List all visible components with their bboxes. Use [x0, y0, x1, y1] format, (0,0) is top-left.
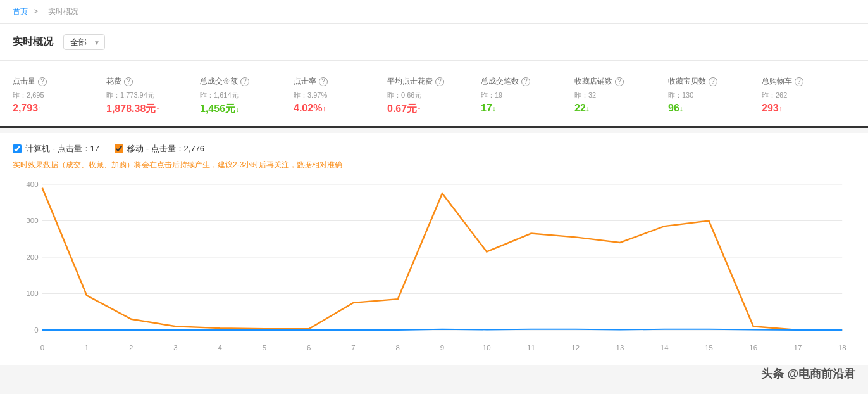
up-arrow-icon: [156, 103, 159, 114]
svg-text:3: 3: [173, 344, 177, 352]
metric-label: 总成交笔数 ?: [481, 76, 567, 87]
metric-yesterday: 昨：0.66元: [387, 91, 473, 100]
metric-label: 收藏店铺数 ?: [574, 76, 660, 87]
metric-item-store_collect: 收藏店铺数 ? 昨：32 22: [574, 71, 668, 126]
help-icon[interactable]: ?: [709, 77, 717, 86]
svg-text:7: 7: [351, 344, 355, 352]
metric-item-cart: 总购物车 ? 昨：262 293: [762, 71, 855, 126]
metric-label: 花费 ?: [106, 76, 192, 87]
metric-yesterday: 昨：32: [574, 91, 660, 100]
metric-today: 96: [668, 103, 754, 114]
metric-yesterday: 昨：3.97%: [294, 91, 380, 100]
metrics-row: 点击量 ? 昨：2,695 2,793 花费 ? 昨：1,773.94元 1,8…: [13, 71, 855, 126]
chart-legend: 计算机 - 点击量：17 移动 - 点击量：2,776: [13, 143, 855, 155]
svg-text:12: 12: [571, 344, 580, 352]
metric-label: 点击率 ?: [294, 76, 380, 87]
metric-today: 0.67元: [387, 103, 473, 116]
metric-yesterday: 昨：262: [762, 91, 848, 100]
down-arrow-icon: [235, 103, 239, 114]
metric-item-item_collect: 收藏宝贝数 ? 昨：130 96: [668, 71, 762, 126]
svg-text:10: 10: [483, 344, 491, 352]
breadcrumb-separator: >: [34, 7, 38, 16]
metric-yesterday: 昨：1,614元: [200, 91, 286, 100]
help-icon[interactable]: ?: [38, 77, 47, 86]
chart-container: 0100200300400012345678910111213141516171…: [13, 178, 855, 355]
metric-item-gmv: 总成交金额 ? 昨：1,614元 1,456元: [200, 71, 294, 126]
metric-today: 2,793: [13, 103, 99, 114]
metric-label: 点击量 ?: [13, 76, 99, 87]
up-arrow-icon: [779, 103, 783, 113]
metric-yesterday: 昨：1,773.94元: [106, 91, 192, 100]
breadcrumb-home[interactable]: 首页: [13, 7, 28, 16]
metric-today: 1,878.38元: [106, 103, 192, 116]
legend-mobile-checkbox[interactable]: [115, 144, 123, 153]
metric-label: 收藏宝贝数 ?: [668, 76, 754, 87]
breadcrumb-current: 实时概况: [48, 7, 78, 16]
svg-text:0: 0: [34, 326, 38, 334]
breadcrumb: 首页 > 实时概况: [0, 0, 868, 24]
metric-label: 总购物车 ?: [762, 76, 848, 87]
svg-text:0: 0: [40, 344, 44, 352]
metric-item-avg_spend: 平均点击花费 ? 昨：0.66元 0.67元: [387, 71, 481, 126]
metric-today: 293: [762, 103, 848, 114]
svg-text:100: 100: [26, 290, 38, 298]
down-arrow-icon: [679, 103, 683, 113]
help-icon[interactable]: ?: [240, 77, 249, 86]
help-icon[interactable]: ?: [521, 77, 530, 86]
svg-text:15: 15: [705, 344, 713, 352]
svg-text:6: 6: [307, 344, 311, 352]
svg-text:5: 5: [263, 344, 266, 352]
metric-item-spend: 花费 ? 昨：1,773.94元 1,878.38元: [106, 71, 200, 126]
page-title: 实时概况: [13, 35, 53, 49]
svg-text:300: 300: [26, 217, 38, 225]
svg-text:14: 14: [660, 344, 669, 352]
metrics-section: 点击量 ? 昨：2,695 2,793 花费 ? 昨：1,773.94元 1,8…: [0, 61, 868, 128]
svg-text:16: 16: [749, 344, 757, 352]
up-arrow-icon: [417, 103, 421, 114]
legend-pc: 计算机 - 点击量：17: [13, 143, 99, 155]
svg-text:2: 2: [129, 344, 133, 352]
svg-text:9: 9: [440, 344, 444, 352]
chart-notice: 实时效果数据（成交、收藏、加购）将会在点击后持续产生，建议2-3小时后再关注，数…: [13, 160, 855, 170]
down-arrow-icon: [492, 103, 496, 113]
metric-item-orders: 总成交笔数 ? 昨：19 17: [481, 71, 574, 126]
metric-today: 17: [481, 103, 567, 114]
legend-pc-label: 计算机 - 点击量：17: [25, 143, 99, 155]
help-icon[interactable]: ?: [615, 77, 624, 86]
svg-text:1: 1: [85, 344, 89, 352]
legend-mobile-label: 移动 - 点击量：2,776: [127, 143, 204, 155]
filter-select-wrapper: 全部 ▼: [63, 34, 105, 50]
help-icon[interactable]: ?: [124, 77, 133, 86]
chart-svg: 0100200300400012345678910111213141516171…: [13, 178, 855, 355]
svg-text:11: 11: [527, 344, 535, 352]
svg-text:400: 400: [26, 181, 38, 188]
help-icon[interactable]: ?: [319, 77, 328, 86]
svg-text:8: 8: [396, 344, 400, 352]
metric-today: 4.02%: [294, 103, 380, 114]
metric-item-ctr: 点击率 ? 昨：3.97% 4.02%: [294, 71, 387, 126]
filter-select[interactable]: 全部: [63, 34, 105, 50]
up-arrow-icon: [322, 103, 326, 113]
legend-pc-checkbox[interactable]: [13, 144, 22, 153]
metric-label: 平均点击花费 ?: [387, 76, 473, 87]
metric-yesterday: 昨：130: [668, 91, 754, 100]
svg-text:13: 13: [616, 344, 624, 352]
svg-text:200: 200: [26, 253, 38, 261]
metric-today: 22: [574, 103, 660, 114]
metric-item-clicks: 点击量 ? 昨：2,695 2,793: [13, 71, 106, 126]
metric-yesterday: 昨：19: [481, 91, 567, 100]
svg-text:17: 17: [794, 344, 802, 352]
page-header: 实时概况 全部 ▼: [0, 24, 868, 61]
metric-yesterday: 昨：2,695: [13, 91, 99, 100]
up-arrow-icon: [38, 103, 42, 113]
help-icon[interactable]: ?: [795, 77, 803, 86]
chart-section: 计算机 - 点击量：17 移动 - 点击量：2,776 实时效果数据（成交、收藏…: [0, 133, 868, 365]
svg-text:4: 4: [218, 344, 222, 352]
metric-today: 1,456元: [200, 103, 286, 116]
svg-text:18: 18: [838, 344, 846, 352]
legend-mobile: 移动 - 点击量：2,776: [115, 143, 204, 155]
metric-label: 总成交金额 ?: [200, 76, 286, 87]
down-arrow-icon: [586, 103, 590, 113]
help-icon[interactable]: ?: [435, 77, 444, 86]
